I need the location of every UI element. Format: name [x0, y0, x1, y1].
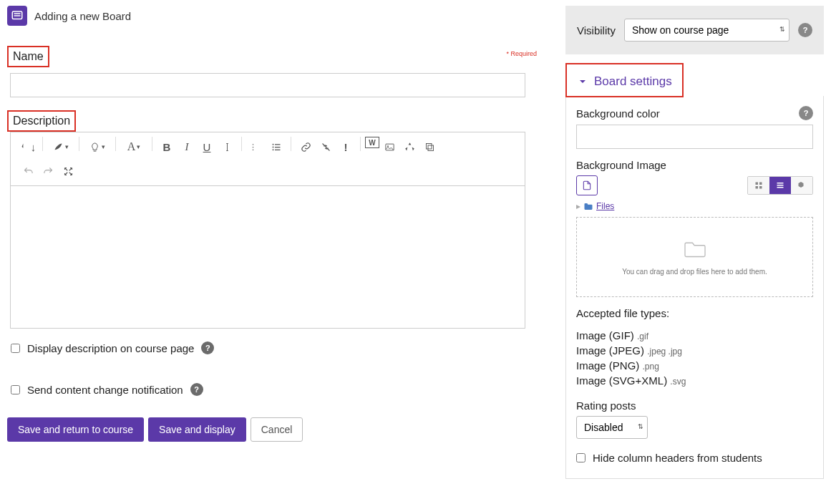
link-icon[interactable] [296, 137, 316, 157]
svg-rect-14 [777, 187, 784, 188]
list-ul-icon[interactable] [266, 137, 286, 157]
description-editor[interactable] [10, 185, 525, 329]
drop-hint: You can drag and drop files here to add … [622, 268, 767, 276]
bg-color-label: Background color [576, 107, 660, 120]
svg-rect-8 [756, 183, 759, 185]
italic-icon[interactable]: I [177, 137, 197, 157]
type-name: Image (PNG) [576, 359, 639, 372]
fullscreen-icon[interactable] [58, 161, 78, 181]
toggle-toolbar-icon[interactable]: ↓ [18, 137, 38, 157]
svg-point-1 [272, 143, 273, 145]
view-toggle [747, 176, 813, 195]
rating-select[interactable]: Disabled [576, 416, 648, 439]
board-icon [7, 6, 27, 26]
bold-icon[interactable]: B [157, 137, 177, 157]
svg-rect-10 [756, 186, 759, 189]
word-icon[interactable]: W [365, 137, 379, 148]
unlink-icon[interactable] [316, 137, 336, 157]
svg-point-2 [272, 146, 273, 147]
redo-icon[interactable] [38, 161, 58, 181]
folder-icon [583, 203, 593, 210]
type-name: Image (GIF) [576, 329, 634, 341]
required-hint: * Required [506, 50, 537, 57]
file-drop-zone[interactable]: You can drag and drop files here to add … [576, 217, 813, 297]
chevron-down-icon [577, 76, 588, 87]
text-cursor-icon[interactable] [217, 137, 237, 157]
list-view-button[interactable] [769, 177, 791, 194]
send-notif-checkbox[interactable] [11, 385, 20, 394]
page-title: Adding a new Board [34, 10, 131, 22]
hide-headers-label: Hide column headers from students [593, 452, 762, 464]
help-icon[interactable]: ? [799, 106, 813, 120]
type-ext: .svg [670, 377, 686, 387]
brush-icon[interactable] [47, 137, 74, 157]
help-icon[interactable]: ? [190, 383, 203, 396]
visibility-row: Visibility Show on course page ? [565, 6, 824, 54]
type-ext: .jpeg .jpg [647, 346, 682, 357]
board-settings-toggle[interactable]: Board settings [565, 63, 684, 97]
grid-view-button[interactable] [748, 177, 769, 194]
svg-rect-12 [777, 183, 784, 184]
display-desc-label: Display description on course page [27, 342, 194, 354]
folder-outline-icon [682, 239, 708, 259]
page-header: Adding a new Board [7, 6, 544, 26]
save-return-button[interactable]: Save and return to course [7, 417, 144, 442]
send-notif-label: Send content change notification [27, 384, 183, 396]
name-input[interactable] [10, 73, 525, 97]
svg-rect-13 [777, 185, 784, 186]
svg-rect-7 [426, 143, 432, 149]
add-file-button[interactable] [576, 175, 598, 195]
tree-caret-icon[interactable]: ▸ [576, 201, 580, 211]
underline-icon[interactable]: U [197, 137, 217, 157]
help-icon[interactable]: ? [201, 341, 214, 354]
svg-rect-6 [428, 145, 434, 151]
board-settings-title: Board settings [594, 74, 672, 89]
bg-color-input[interactable] [576, 125, 813, 149]
name-label: Name [7, 46, 49, 67]
bulb-icon[interactable] [84, 137, 111, 157]
copy-icon[interactable] [419, 137, 439, 157]
visibility-label: Visibility [577, 24, 616, 37]
svg-point-3 [272, 149, 273, 150]
font-icon[interactable]: A [120, 137, 147, 157]
undo-icon[interactable] [18, 161, 38, 181]
board-settings-panel: Background color ? Background Image [565, 96, 824, 479]
image-icon[interactable] [379, 137, 399, 157]
visibility-select[interactable]: Show on course page [624, 19, 789, 42]
type-ext: .png [643, 362, 659, 372]
type-ext: .gif [637, 331, 648, 341]
files-link[interactable]: Files [596, 201, 614, 211]
type-name: Image (SVG+XML) [576, 374, 667, 387]
list-ol-icon[interactable] [246, 137, 266, 157]
svg-rect-11 [759, 186, 762, 189]
bg-image-label: Background Image [576, 159, 666, 171]
exclaim-icon[interactable]: ! [336, 137, 356, 157]
accepted-types-label: Accepted file types: [576, 307, 813, 319]
display-desc-checkbox[interactable] [11, 344, 20, 353]
help-icon[interactable]: ? [798, 23, 812, 37]
hide-headers-checkbox[interactable] [576, 453, 585, 462]
cancel-button[interactable]: Cancel [251, 417, 303, 442]
description-label: Description [7, 110, 76, 132]
type-name: Image (JPEG) [576, 344, 644, 357]
save-display-button[interactable]: Save and display [148, 417, 246, 442]
svg-rect-9 [759, 183, 762, 185]
editor-toolbar: ↓ A B I U ! W [10, 132, 525, 185]
rating-label: Rating posts [576, 399, 636, 412]
recycle-icon[interactable] [399, 137, 419, 157]
tree-view-button[interactable] [791, 177, 812, 194]
